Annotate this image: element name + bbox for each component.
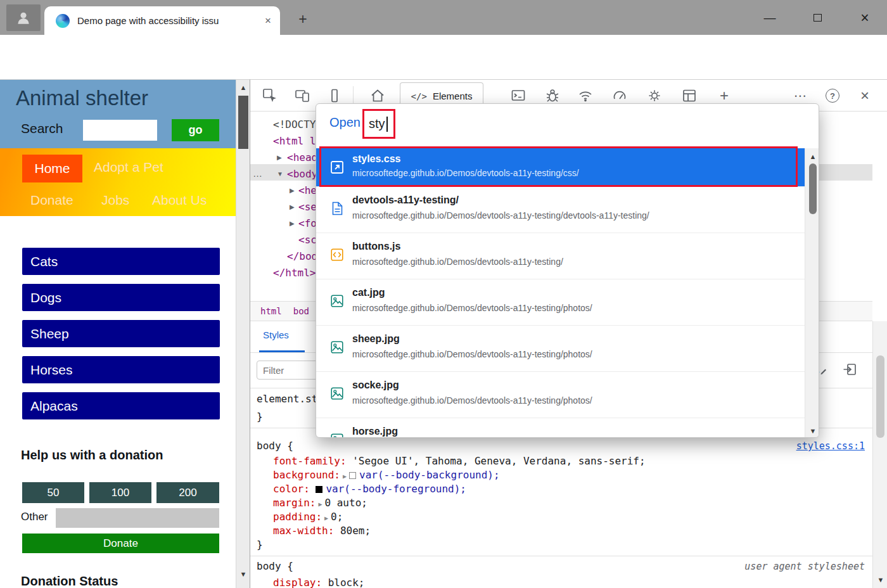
home-icon[interactable] — [369, 87, 386, 104]
dom-node-html[interactable]: <html la — [273, 133, 322, 150]
gear-icon[interactable] — [646, 87, 663, 104]
page-nav: Home Adopt a Pet Donate Jobs About Us — [0, 148, 236, 216]
css-property-margin[interactable]: margin:▶0 auto; — [273, 496, 367, 511]
image-icon — [329, 340, 345, 355]
page-scrollbar-thumb[interactable] — [238, 96, 248, 149]
toolbar-divider — [353, 86, 354, 105]
dom-node-head[interactable]: <head — [287, 150, 317, 166]
search-input[interactable] — [83, 120, 157, 141]
expand-value-icon[interactable]: ▶ — [318, 501, 322, 508]
image-icon — [329, 293, 345, 309]
css-property-display[interactable]: display: block; — [273, 576, 365, 588]
web-page: Animal shelter Search go Home Adopt a Pe… — [0, 79, 236, 588]
layout-icon[interactable] — [681, 87, 698, 104]
minimize-button[interactable]: — — [754, 6, 786, 29]
collapse-arrow-icon[interactable]: ▶ — [290, 199, 295, 215]
styles-scrollbar-thumb[interactable] — [876, 355, 884, 438]
collapse-arrow-icon[interactable]: ▶ — [290, 215, 295, 232]
css-property-font-family[interactable]: font-family: 'Segoe UI', Tahoma, Geneva,… — [273, 454, 646, 468]
open-in-sources-icon[interactable] — [842, 362, 857, 377]
nav-link-home[interactable]: Home — [22, 155, 82, 182]
css-property-padding[interactable]: padding:▶0; — [273, 510, 343, 525]
console-icon[interactable] — [510, 87, 526, 104]
other-label: Other — [21, 511, 48, 523]
file-result-sheep-jpg[interactable]: sheep.jpg microsoftedge.github.io/Demos/… — [316, 325, 805, 371]
horses-button[interactable]: Horses — [22, 356, 220, 383]
alpacas-button[interactable]: Alpacas — [22, 392, 220, 419]
file-result-buttons-js[interactable]: buttons.js microsoftedge.github.io/Demos… — [316, 233, 805, 279]
maximize-button[interactable] — [801, 6, 833, 29]
amount-50-button[interactable]: 50 — [22, 482, 84, 503]
dialog-scrollbar-thumb[interactable] — [809, 163, 817, 214]
file-result-horse-jpg[interactable]: horse.jpg — [316, 418, 805, 438]
file-result-socke-jpg[interactable]: socke.jpg microsoftedge.github.io/Demos/… — [316, 371, 805, 418]
nav-link-donate[interactable]: Donate — [30, 193, 73, 208]
sheep-button[interactable]: Sheep — [22, 320, 220, 347]
dom-node-doctype[interactable]: <!DOCTY — [273, 117, 316, 133]
ua-selector-body[interactable]: body { — [257, 559, 293, 573]
other-amount-input[interactable] — [56, 508, 219, 528]
file-result-cat-jpg[interactable]: cat.jpg microsoftedge.github.io/Demos/de… — [316, 279, 805, 325]
tab-styles[interactable]: Styles — [263, 329, 289, 340]
scroll-down-icon[interactable]: ▼ — [236, 568, 250, 580]
amount-100-button[interactable]: 100 — [89, 482, 151, 503]
scroll-up-icon[interactable]: ▲ — [805, 150, 819, 163]
scroll-up-icon[interactable]: ▲ — [236, 81, 250, 94]
performance-icon[interactable] — [611, 87, 628, 104]
dialog-scrollbar[interactable]: ▲ ▼ — [805, 148, 819, 438]
tab-title: Demo page with accessibility issu — [77, 15, 241, 26]
help-icon[interactable]: ? — [824, 87, 841, 104]
file-result-styles-css[interactable]: styles.css microsoftedge.github.io/Demos… — [316, 148, 805, 186]
file-result-folder[interactable]: devtools-a11y-testing/ microsoftedge.git… — [316, 186, 805, 233]
collapse-arrow-icon[interactable]: ▶ — [277, 150, 282, 166]
styles-scrollbar[interactable]: ▼ — [872, 321, 887, 588]
focus-mode-icon[interactable] — [326, 87, 343, 104]
devtools-panel: </> Elements + ⋯ ? — [250, 79, 887, 588]
debugger-bug-icon[interactable] — [544, 87, 561, 104]
cats-button[interactable]: Cats — [22, 248, 220, 275]
close-devtools-icon[interactable]: × — [857, 87, 873, 104]
node-menu-icon[interactable]: … — [253, 167, 263, 181]
dom-node-html-close[interactable]: </html> — [273, 265, 316, 281]
browser-tab[interactable]: Demo page with accessibility issu × — [44, 6, 280, 35]
profile-avatar[interactable] — [6, 4, 41, 31]
color-swatch[interactable] — [349, 472, 356, 479]
breadcrumb-html[interactable]: html — [260, 306, 282, 316]
nav-link-jobs[interactable]: Jobs — [101, 193, 129, 208]
donate-button[interactable]: Donate — [22, 534, 219, 553]
network-wifi-icon[interactable] — [577, 87, 594, 104]
nav-link-about[interactable]: About Us — [152, 193, 207, 208]
go-button[interactable]: go — [172, 119, 219, 141]
expand-arrow-icon[interactable]: ▼ — [277, 166, 283, 182]
breadcrumb-body[interactable]: bod — [293, 306, 309, 316]
new-tab-button[interactable]: + — [293, 10, 312, 29]
stylesheet-source-link[interactable]: styles.css:1 — [796, 440, 865, 452]
inspect-icon[interactable] — [262, 87, 278, 104]
device-emulation-icon[interactable] — [294, 87, 310, 104]
css-property-color[interactable]: color: var(--body-foreground); — [273, 482, 466, 496]
collapse-arrow-icon[interactable]: ▶ — [290, 182, 295, 199]
address-bar: ← https://microsoftedge.github.io/Demos/… — [0, 35, 887, 79]
image-icon — [329, 386, 345, 401]
more-tabs-add-icon[interactable]: + — [716, 87, 732, 104]
scroll-down-icon[interactable]: ▼ — [873, 573, 887, 586]
dogs-button[interactable]: Dogs — [22, 284, 220, 311]
close-window-button[interactable]: × — [849, 6, 881, 29]
expand-value-icon[interactable]: ▶ — [343, 473, 347, 480]
script-icon — [329, 247, 345, 262]
tab-close-icon[interactable]: × — [265, 15, 271, 27]
css-selector-body[interactable]: body { — [257, 439, 293, 453]
amount-200-button[interactable]: 200 — [156, 482, 219, 503]
page-header: Animal shelter Search go — [0, 80, 236, 148]
nav-link-adopt[interactable]: Adopt a Pet — [94, 160, 163, 175]
rule-divider — [250, 556, 872, 556]
dom-node-body[interactable]: <body — [287, 166, 317, 182]
more-options-icon[interactable]: ⋯ — [792, 87, 808, 104]
file-search-input[interactable]: sty — [362, 109, 395, 139]
color-swatch[interactable] — [316, 486, 322, 493]
css-property-background[interactable]: background:▶var(--body-background); — [273, 468, 500, 483]
page-scrollbar[interactable]: ▲ ▼ — [236, 79, 250, 588]
scroll-down-icon[interactable]: ▼ — [805, 425, 819, 437]
expand-value-icon[interactable]: ▶ — [324, 514, 328, 521]
css-property-max-width[interactable]: max-width: 80em; — [273, 524, 371, 538]
